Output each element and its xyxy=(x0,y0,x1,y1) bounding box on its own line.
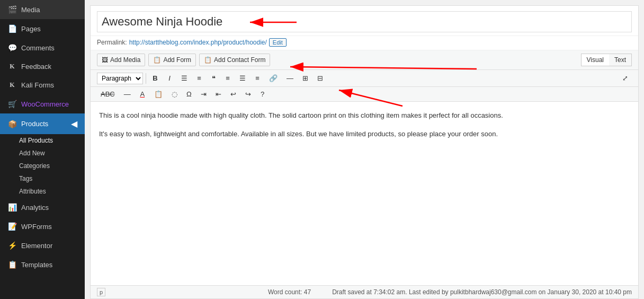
visual-tab[interactable]: Visual xyxy=(582,54,609,66)
content-paragraph-2: It's easy to wash, lightweight and comfo… xyxy=(99,129,630,140)
format-toolbar: Paragraph B I ☰ ≡ ❝ ≡ ☰ ≡ 🔗 — ⊞ ⊟ ⤢ xyxy=(91,70,638,87)
submenu-label: Tags xyxy=(19,175,32,182)
products-icon: 📦 xyxy=(7,120,17,128)
bold-button[interactable]: B xyxy=(149,72,162,84)
separator xyxy=(146,73,146,84)
sidebar-item-wpforms[interactable]: 📝 WPForms xyxy=(0,217,85,236)
align-center-button[interactable]: ☰ xyxy=(236,72,249,84)
add-form-icon: 📋 xyxy=(153,56,161,64)
permalink-link[interactable]: http://starttheblog.com/index.php/produc… xyxy=(129,39,267,46)
content-paragraph-1: This is a cool ninja hoodie made with hi… xyxy=(99,110,630,121)
add-media-icon: 🖼 xyxy=(102,56,108,64)
templates-icon: 📋 xyxy=(7,260,17,269)
sidebar-item-comments[interactable]: 💬 Comments xyxy=(0,38,85,57)
unordered-list-button[interactable]: ☰ xyxy=(177,72,191,84)
sidebar-item-label: Pages xyxy=(21,25,41,33)
outdent-button[interactable]: ⇤ xyxy=(212,88,225,100)
indent-button[interactable]: ⇥ xyxy=(197,88,210,100)
add-media-button[interactable]: 🖼 Add Media xyxy=(97,54,145,66)
permalink-label: Permalink: xyxy=(97,39,127,46)
sidebar-item-products[interactable]: 📦 Products ◀ xyxy=(0,113,85,134)
sidebar-item-media[interactable]: 🎬 Media xyxy=(0,0,85,19)
draft-status: Draft saved at 7:34:02 am. Last edited b… xyxy=(332,288,632,296)
sidebar: 🎬 Media 📄 Pages 💬 Comments K Feedback K … xyxy=(0,0,85,299)
help-button[interactable]: ? xyxy=(256,88,269,100)
sidebar-item-templates[interactable]: 📋 Templates xyxy=(0,255,85,274)
fullscreen-button[interactable]: ⤢ xyxy=(619,72,632,84)
analytics-icon: 📊 xyxy=(7,203,17,212)
submenu-label: Add New xyxy=(19,150,45,157)
comments-icon: 💬 xyxy=(7,43,17,52)
pages-icon: 📄 xyxy=(7,24,17,33)
strikethrough-button[interactable]: ABC xyxy=(97,88,119,100)
media-icon: 🎬 xyxy=(7,5,17,14)
text-color-button[interactable]: A xyxy=(136,88,149,100)
sidebar-item-feedback[interactable]: K Feedback xyxy=(0,57,85,76)
add-contact-form-button[interactable]: 📋 Add Contact Form xyxy=(199,54,270,66)
blockquote-button[interactable]: ❝ xyxy=(207,72,220,84)
add-contact-form-icon: 📋 xyxy=(204,56,212,64)
sidebar-item-analytics[interactable]: 📊 Analytics xyxy=(0,198,85,217)
submenu-label: All Products xyxy=(19,137,53,144)
sidebar-item-label: Elementor xyxy=(21,242,52,250)
main-area: Permalink: http://starttheblog.com/index… xyxy=(85,0,644,299)
title-row xyxy=(91,6,638,36)
sidebar-item-label: Kali Forms xyxy=(21,81,54,89)
sidebar-item-label: WooCommerce xyxy=(21,100,69,108)
kali-forms-icon: K xyxy=(7,81,17,89)
redo-button[interactable]: ↪ xyxy=(241,88,255,100)
submenu-all-products[interactable]: All Products xyxy=(0,134,85,147)
feedback-icon: K xyxy=(7,63,17,71)
sidebar-item-label: Analytics xyxy=(21,204,49,212)
title-input[interactable] xyxy=(97,11,632,32)
editor-container: Permalink: http://starttheblog.com/index… xyxy=(90,5,639,299)
elementor-icon: ⚡ xyxy=(7,241,17,250)
ordered-list-button[interactable]: ≡ xyxy=(193,72,205,84)
clear-format-button[interactable]: ◌ xyxy=(168,88,181,100)
italic-button[interactable]: I xyxy=(163,72,176,84)
sidebar-item-label: Feedback xyxy=(21,63,51,71)
submenu-add-new[interactable]: Add New xyxy=(0,147,85,160)
sidebar-item-elementor[interactable]: ⚡ Elementor xyxy=(0,236,85,255)
sidebar-item-label: WPForms xyxy=(21,223,52,231)
align-left-button[interactable]: ≡ xyxy=(221,72,234,84)
sidebar-item-label: Templates xyxy=(21,261,52,269)
media-toolbar-row: 🖼 Add Media 📋 Add Form 📋 Add Contact For… xyxy=(91,50,638,70)
submenu-tags[interactable]: Tags xyxy=(0,172,85,185)
sidebar-item-label: Comments xyxy=(21,44,55,52)
link-button[interactable]: 🔗 xyxy=(265,72,281,84)
permalink-row: Permalink: http://starttheblog.com/index… xyxy=(91,36,638,50)
visual-text-tabs: Visual Text xyxy=(581,54,632,66)
special-char-button[interactable]: Ω xyxy=(183,88,195,100)
more-button[interactable]: — xyxy=(283,72,297,84)
add-form-button[interactable]: 📋 Add Form xyxy=(148,54,196,66)
hr-button[interactable]: — xyxy=(120,88,135,100)
format-toolbar2: ABC — A 📋 ◌ Ω ⇥ ⇤ ↩ ↪ ? xyxy=(91,87,638,102)
sidebar-item-label: Products xyxy=(21,120,48,128)
sidebar-item-woocommerce[interactable]: 🛒 WooCommerce xyxy=(0,94,85,113)
sidebar-item-label: Media xyxy=(21,6,40,14)
align-right-button[interactable]: ≡ xyxy=(251,72,264,84)
paste-text-button[interactable]: 📋 xyxy=(150,88,166,100)
text-tab[interactable]: Text xyxy=(609,54,631,66)
table-button[interactable]: ⊞ xyxy=(299,72,312,84)
woocommerce-icon: 🛒 xyxy=(7,100,17,108)
format-select[interactable]: Paragraph xyxy=(97,73,143,84)
content-area[interactable]: This is a cool ninja hoodie made with hi… xyxy=(91,102,638,285)
products-arrow-icon: ◀ xyxy=(71,119,77,129)
sidebar-item-pages[interactable]: 📄 Pages xyxy=(0,19,85,38)
p-tag: p xyxy=(97,288,105,296)
word-count: Word count: 47 xyxy=(268,288,311,296)
submenu-label: Attributes xyxy=(19,188,46,195)
submenu-attributes[interactable]: Attributes xyxy=(0,185,85,198)
columns-button[interactable]: ⊟ xyxy=(314,72,327,84)
wpforms-icon: 📝 xyxy=(7,222,17,231)
sidebar-item-kali-forms[interactable]: K Kali Forms xyxy=(0,76,85,94)
undo-button[interactable]: ↩ xyxy=(227,88,240,100)
submenu-categories[interactable]: Categories xyxy=(0,160,85,172)
permalink-edit-button[interactable]: Edit xyxy=(269,38,287,47)
status-bar: p Word count: 47 Draft saved at 7:34:02 … xyxy=(91,285,638,298)
submenu-label: Categories xyxy=(19,162,50,170)
